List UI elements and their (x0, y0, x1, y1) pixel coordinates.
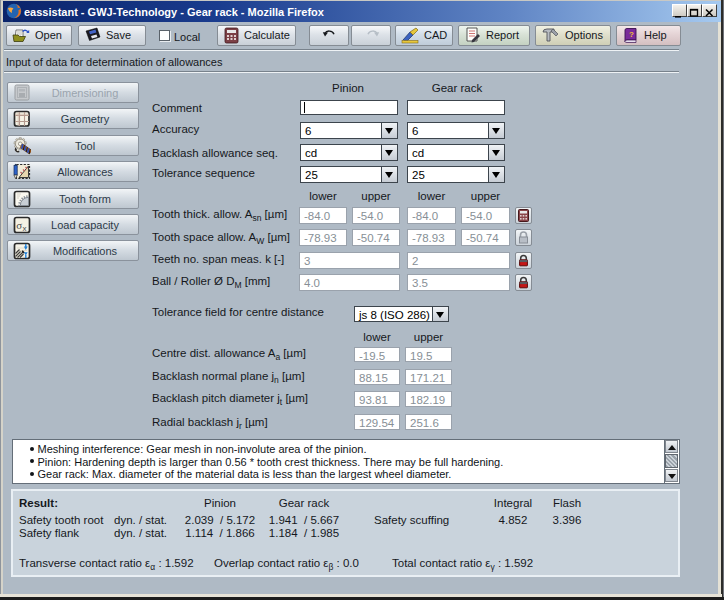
svg-text:x: x (23, 224, 27, 233)
svg-text:?: ? (629, 30, 634, 39)
svg-text:σ: σ (16, 219, 22, 231)
